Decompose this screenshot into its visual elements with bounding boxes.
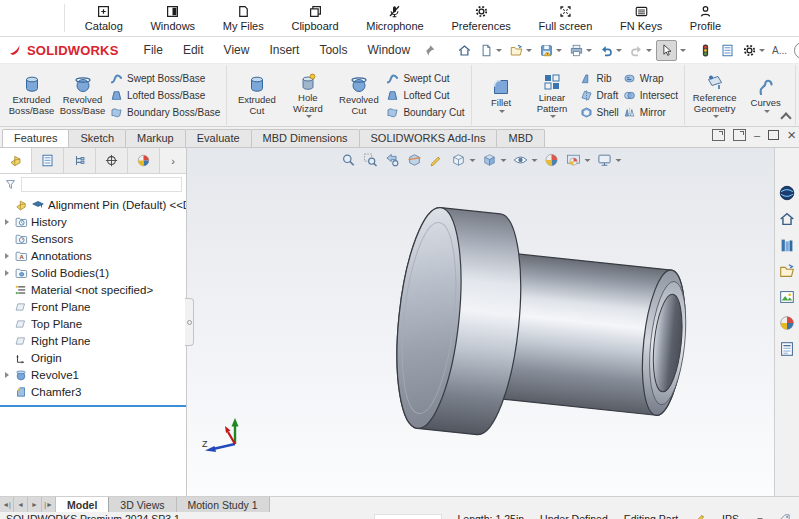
undo-button[interactable] <box>596 40 625 61</box>
dropdown-caret[interactable] <box>759 49 765 52</box>
tree-item-sensors[interactable]: Sensors <box>0 230 186 247</box>
custom-properties-button[interactable] <box>778 340 796 358</box>
tab-configurationmanager[interactable] <box>64 148 96 173</box>
dropdown-caret[interactable] <box>646 49 652 52</box>
print-button[interactable] <box>566 40 595 61</box>
tab-scroll-prev[interactable]: ◄ <box>14 497 28 512</box>
view-palette-button[interactable] <box>778 288 796 306</box>
tab-scroll-next[interactable]: ► <box>28 497 42 512</box>
revolved-boss-base-button[interactable]: Revolved Boss/Base <box>57 71 108 119</box>
dropdown-caret[interactable] <box>306 115 312 118</box>
preferences-button[interactable]: Preferences <box>451 4 510 32</box>
ribbon-collapse-caret[interactable] <box>781 112 789 120</box>
doc-minimize-icon[interactable] <box>754 130 760 140</box>
dropdown-caret[interactable] <box>586 49 592 52</box>
command-list-button[interactable] <box>717 40 738 61</box>
redo-button[interactable] <box>626 40 655 61</box>
tab-displaymanager[interactable] <box>128 148 160 173</box>
dropdown-caret[interactable] <box>550 115 556 118</box>
status-units[interactable]: IPS <box>722 513 739 519</box>
select-dropdown-caret[interactable] <box>680 49 686 52</box>
pane-preview-icon[interactable] <box>712 129 725 141</box>
3dexperience-status-button[interactable] <box>695 40 716 61</box>
doc-close-icon[interactable] <box>787 130 796 141</box>
tree-item-solid-bodies[interactable]: Solid Bodies(1) <box>0 264 186 281</box>
tab-dimxpertmanager[interactable] <box>96 148 128 173</box>
user-account-button[interactable] <box>791 39 799 62</box>
tab-mbd[interactable]: MBD <box>496 129 544 147</box>
menu-view[interactable]: View <box>215 40 259 60</box>
menu-window[interactable]: Window <box>358 40 419 60</box>
options-button[interactable] <box>739 40 768 61</box>
dropdown-caret[interactable] <box>556 49 562 52</box>
draft-button[interactable]: Draft <box>580 89 619 102</box>
zoom-to-fit-button[interactable] <box>339 151 357 169</box>
tree-item-chamfer3[interactable]: Chamfer3 <box>0 383 186 400</box>
tree-item-material[interactable]: Material <not specified> <box>0 281 186 298</box>
dropdown-caret[interactable] <box>496 49 502 52</box>
lofted-cut-button[interactable]: Lofted Cut <box>386 89 464 102</box>
view-settings-button[interactable] <box>595 151 622 169</box>
shell-button[interactable]: Shell <box>580 106 619 119</box>
swept-cut-button[interactable]: Swept Cut <box>386 72 464 85</box>
boundary-cut-button[interactable]: Boundary Cut <box>386 106 464 119</box>
tab-sketch[interactable]: Sketch <box>68 129 126 147</box>
mirror-button[interactable]: Mirror <box>623 106 678 119</box>
profile-button[interactable]: Profile <box>690 4 721 32</box>
tab-3d-views[interactable]: 3D Views <box>109 497 176 512</box>
appearances-scenes-button[interactable] <box>778 314 796 332</box>
dropdown-caret[interactable] <box>500 159 506 162</box>
home-button[interactable] <box>454 40 475 61</box>
microphone-button[interactable]: Microphone <box>366 4 423 32</box>
boundary-boss-base-button[interactable]: Boundary Boss/Base <box>110 106 220 119</box>
save-button[interactable] <box>536 40 565 61</box>
tab-featuremanager[interactable] <box>0 148 32 173</box>
zoom-to-area-button[interactable] <box>361 151 379 169</box>
section-view-button[interactable] <box>405 151 423 169</box>
swept-boss-base-button[interactable]: Swept Boss/Base <box>110 72 220 85</box>
design-library-button[interactable] <box>778 236 796 254</box>
curves-button[interactable]: Curves <box>740 74 791 115</box>
clipboard-button[interactable]: Clipboard <box>291 4 338 32</box>
my-files-button[interactable]: My Files <box>223 4 264 32</box>
catalog-button[interactable]: Catalog <box>85 4 123 32</box>
expand-arrow-icon[interactable] <box>5 372 9 378</box>
dropdown-caret[interactable] <box>531 159 537 162</box>
menu-insert[interactable]: Insert <box>260 40 308 60</box>
edit-appearance-button[interactable] <box>542 151 560 169</box>
hole-wizard-button[interactable]: Hole Wizard <box>282 69 333 121</box>
graphics-viewport[interactable]: Z <box>187 148 774 496</box>
windows-button[interactable]: Windows <box>150 4 195 32</box>
rib-button[interactable]: Rib <box>580 72 619 85</box>
tree-item-origin[interactable]: Origin <box>0 349 186 366</box>
hide-show-items-button[interactable] <box>511 151 538 169</box>
dropdown-caret[interactable] <box>499 110 505 113</box>
select-button[interactable] <box>656 40 677 61</box>
dropdown-caret[interactable] <box>469 159 475 162</box>
tree-item-revolve1[interactable]: Revolve1 <box>0 366 186 383</box>
tree-item-annotations[interactable]: Annotations <box>0 247 186 264</box>
reference-geometry-button[interactable]: Reference Geometry <box>689 69 740 121</box>
alignment-pin-model[interactable] <box>187 148 774 496</box>
dropdown-caret[interactable] <box>615 159 621 162</box>
tree-item-right-plane[interactable]: Right Plane <box>0 332 186 349</box>
tab-propertymanager[interactable] <box>32 148 64 173</box>
dropdown-caret[interactable] <box>713 115 719 118</box>
new-document-button[interactable] <box>476 40 505 61</box>
panel-splitter-handle[interactable] <box>185 298 194 346</box>
dropdown-caret[interactable] <box>616 49 622 52</box>
previous-view-button[interactable] <box>383 151 401 169</box>
expand-arrow-icon[interactable] <box>5 253 9 259</box>
tab-features[interactable]: Features <box>2 129 69 147</box>
tags-icon[interactable] <box>779 513 791 519</box>
tab-mbd-dimensions[interactable]: MBD Dimensions <box>251 129 360 147</box>
apply-scene-button[interactable] <box>564 151 591 169</box>
3dexperience-button[interactable] <box>778 184 796 202</box>
tab-solidworks-add-ins[interactable]: SOLIDWORKS Add-Ins <box>359 129 498 147</box>
menu-edit[interactable]: Edit <box>174 40 213 60</box>
tab-evaluate[interactable]: Evaluate <box>185 129 252 147</box>
doc-restore-icon[interactable] <box>768 130 779 140</box>
tab-markup[interactable]: Markup <box>125 129 186 147</box>
view-orientation-button[interactable] <box>449 151 476 169</box>
rollback-bar[interactable] <box>0 405 186 407</box>
